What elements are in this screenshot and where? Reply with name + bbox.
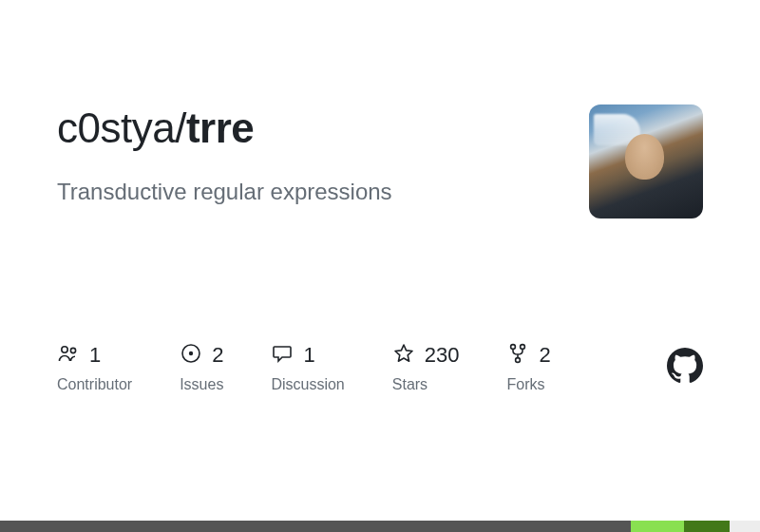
slash: /	[175, 104, 186, 151]
stat-count: 230	[425, 343, 460, 368]
github-logo-icon[interactable]	[667, 348, 703, 388]
stat-forks[interactable]: 2 Forks	[506, 342, 550, 393]
language-bar	[0, 521, 760, 532]
svg-point-4	[511, 345, 516, 350]
stat-count: 2	[539, 343, 550, 368]
svg-point-1	[70, 348, 75, 352]
stat-contributors[interactable]: 1 Contributor	[57, 342, 132, 393]
stat-count: 1	[89, 343, 101, 368]
title-block: c0stya/trre Transductive regular express…	[57, 104, 589, 205]
stat-label: Stars	[392, 376, 460, 393]
comment-icon	[271, 342, 294, 369]
stat-label: Contributor	[57, 376, 132, 393]
issue-icon	[180, 342, 202, 369]
language-segment	[684, 521, 730, 532]
repo-header: c0stya/trre Transductive regular express…	[57, 104, 703, 218]
svg-point-3	[189, 352, 193, 355]
repo-description: Transductive regular expressions	[57, 179, 589, 205]
stat-count: 2	[212, 343, 223, 368]
stat-label: Forks	[506, 376, 550, 393]
stat-label: Issues	[180, 376, 223, 393]
language-segment	[0, 521, 631, 532]
svg-point-5	[521, 345, 525, 350]
star-icon	[392, 342, 415, 369]
avatar[interactable]	[589, 104, 703, 218]
repo-title[interactable]: c0stya/trre	[57, 104, 589, 152]
repo-name[interactable]: trre	[186, 104, 254, 151]
people-icon	[57, 342, 80, 369]
fork-icon	[506, 342, 529, 369]
stats-row: 1 Contributor 2 Issues 1 Discussion	[57, 342, 703, 393]
stat-discussions[interactable]: 1 Discussion	[271, 342, 344, 393]
svg-point-0	[62, 347, 67, 352]
language-segment	[730, 521, 760, 532]
stat-issues[interactable]: 2 Issues	[180, 342, 223, 393]
stat-label: Discussion	[271, 376, 344, 393]
stat-stars[interactable]: 230 Stars	[392, 342, 460, 393]
language-segment	[631, 521, 684, 532]
stat-count: 1	[303, 343, 314, 368]
svg-point-6	[516, 358, 521, 363]
repo-owner[interactable]: c0stya	[57, 104, 175, 151]
